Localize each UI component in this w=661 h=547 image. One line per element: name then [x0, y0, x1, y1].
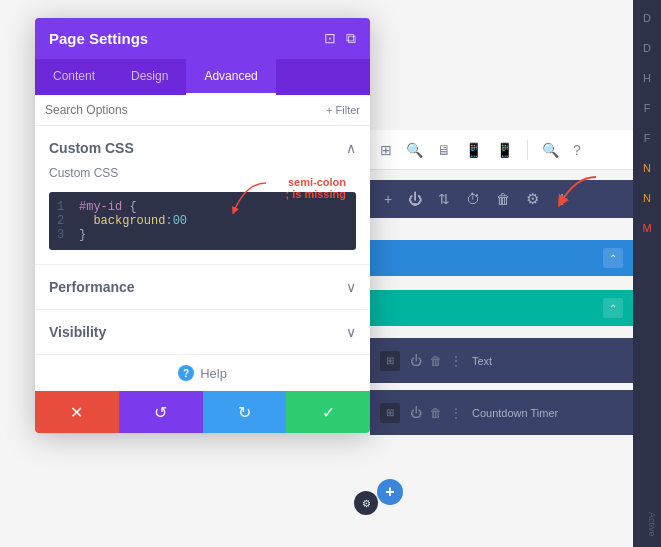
- search-icon[interactable]: 🔍: [406, 142, 423, 158]
- filter-button[interactable]: + Filter: [326, 104, 360, 116]
- visibility-section: Visibility ∨: [35, 310, 370, 355]
- module-text-label: Text: [472, 355, 623, 367]
- sidebar-icon-2[interactable]: D: [637, 38, 657, 58]
- save-button[interactable]: ✓: [286, 391, 370, 433]
- right-sidebar: D D H F F N N M: [633, 0, 661, 547]
- delete-icon[interactable]: 🗑: [496, 191, 510, 207]
- blue-row-chevron[interactable]: ⌃: [603, 248, 623, 268]
- delete-text-icon[interactable]: 🗑: [430, 354, 442, 368]
- css-line-3: 3 }: [57, 228, 348, 242]
- toolbar-divider: [527, 140, 528, 160]
- custom-css-title: Custom CSS: [49, 140, 134, 156]
- performance-toggle[interactable]: ∨: [346, 279, 356, 295]
- modal-title: Page Settings: [49, 30, 148, 47]
- module-text: ⊞ ⏻ 🗑 ⋮ Text: [370, 338, 633, 383]
- line-code-3: }: [79, 228, 86, 242]
- power-icon[interactable]: ⏻: [408, 191, 422, 207]
- modal-header-icons: ⊡ ⧉: [324, 30, 356, 47]
- more-icon[interactable]: ⋮: [555, 191, 569, 207]
- more-countdown-icon[interactable]: ⋮: [450, 406, 462, 420]
- modal-body: Custom CSS ∧ Custom CSS semi-colon; is m…: [35, 126, 370, 391]
- active-label: Active: [647, 512, 657, 537]
- grid-icon[interactable]: ⊞: [380, 142, 392, 158]
- sidebar-icon-3[interactable]: H: [637, 68, 657, 88]
- tab-advanced[interactable]: Advanced: [186, 59, 275, 95]
- scroll-indicator[interactable]: ⚙: [354, 491, 378, 515]
- redo-button[interactable]: ↻: [203, 391, 287, 433]
- help-label: Help: [200, 366, 227, 381]
- power-text-icon[interactable]: ⏻: [410, 354, 422, 368]
- blue-row: ⌃: [370, 240, 633, 276]
- css-line-1: 1 #my-id {: [57, 200, 348, 214]
- page-settings-modal: Page Settings ⊡ ⧉ Content Design Advance…: [35, 18, 370, 433]
- sidebar-icon-7[interactable]: N: [637, 188, 657, 208]
- cancel-button[interactable]: ✕: [35, 391, 119, 433]
- performance-section: Performance ∨: [35, 265, 370, 310]
- module-text-actions: ⏻ 🗑 ⋮: [410, 354, 462, 368]
- module-countdown-actions: ⏻ 🗑 ⋮: [410, 406, 462, 420]
- teal-row-chevron[interactable]: ⌃: [603, 298, 623, 318]
- power-countdown-icon[interactable]: ⏻: [410, 406, 422, 420]
- module-countdown-icon: ⊞: [380, 403, 400, 423]
- line-code-2: background:00: [79, 214, 187, 228]
- settings-toggle-icon[interactable]: ⇅: [438, 191, 450, 207]
- desktop-icon[interactable]: 🖥: [437, 142, 451, 158]
- add-section-button[interactable]: +: [377, 479, 403, 505]
- more-text-icon[interactable]: ⋮: [450, 354, 462, 368]
- search-input[interactable]: [45, 103, 326, 117]
- visibility-title: Visibility: [49, 324, 106, 340]
- expand-icon[interactable]: ⧉: [346, 30, 356, 47]
- module-text-icon: ⊞: [380, 351, 400, 371]
- modal-footer: ✕ ↺ ↻ ✓: [35, 391, 370, 433]
- annotation-arrow: [226, 181, 276, 221]
- line-num-3: 3: [57, 228, 69, 242]
- sidebar-icon-5[interactable]: F: [637, 128, 657, 148]
- custom-css-toggle[interactable]: ∧: [346, 140, 356, 156]
- mobile-icon[interactable]: 📱: [496, 142, 513, 158]
- annotation-text: semi-colon; is missing: [285, 176, 346, 200]
- module-countdown: ⊞ ⏻ 🗑 ⋮ Countdown Timer: [370, 390, 633, 435]
- css-editor[interactable]: 1 #my-id { 2 background:00 3 }: [49, 192, 356, 250]
- module-action-bar: + ⏻ ⇅ ⏱ 🗑 ⚙ ⋮: [370, 180, 633, 218]
- gear-icon[interactable]: ⚙: [526, 190, 539, 208]
- custom-css-section: Custom CSS ∧ Custom CSS semi-colon; is m…: [35, 126, 370, 265]
- help-circle-icon: ?: [178, 365, 194, 381]
- undo-button[interactable]: ↺: [119, 391, 203, 433]
- search2-icon[interactable]: 🔍: [542, 142, 559, 158]
- tab-content[interactable]: Content: [35, 59, 113, 95]
- tablet-icon[interactable]: 📱: [465, 142, 482, 158]
- tab-design[interactable]: Design: [113, 59, 186, 95]
- minimize-icon[interactable]: ⊡: [324, 30, 336, 47]
- performance-title: Performance: [49, 279, 135, 295]
- module-countdown-label: Countdown Timer: [472, 407, 623, 419]
- timer-icon[interactable]: ⏱: [466, 191, 480, 207]
- modal-tabs: Content Design Advanced: [35, 59, 370, 95]
- modal-search-bar: + Filter: [35, 95, 370, 126]
- sidebar-icon-4[interactable]: F: [637, 98, 657, 118]
- line-num-2: 2: [57, 214, 69, 228]
- visibility-toggle[interactable]: ∨: [346, 324, 356, 340]
- custom-css-header: Custom CSS ∧: [35, 126, 370, 166]
- editor-toolbar: ⊞ 🔍 🖥 📱 📱 🔍 ?: [370, 130, 633, 170]
- teal-row: ⌃: [370, 290, 633, 326]
- css-line-2: 2 background:00: [57, 214, 348, 228]
- add-module-icon[interactable]: +: [384, 191, 392, 207]
- help-button[interactable]: ? Help: [35, 355, 370, 391]
- sidebar-icon-1[interactable]: D: [637, 8, 657, 28]
- sidebar-icon-8[interactable]: M: [637, 218, 657, 238]
- sidebar-icon-6[interactable]: N: [637, 158, 657, 178]
- modal-header: Page Settings ⊡ ⧉: [35, 18, 370, 59]
- help-icon[interactable]: ?: [573, 142, 581, 158]
- line-num-1: 1: [57, 200, 69, 214]
- line-code-1: #my-id {: [79, 200, 137, 214]
- delete-countdown-icon[interactable]: 🗑: [430, 406, 442, 420]
